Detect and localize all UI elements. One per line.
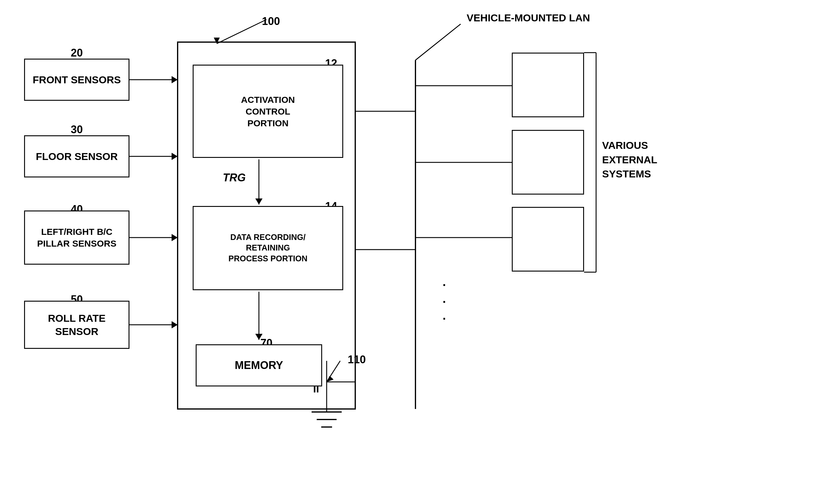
svg-marker-12 xyxy=(172,234,178,241)
label-110: 110 xyxy=(348,353,366,366)
label-20: 20 xyxy=(71,47,83,59)
roll-rate-sensor-box: ROLL RATESENSOR xyxy=(24,301,130,349)
svg-marker-10 xyxy=(172,153,178,160)
memory-box: MEMORY xyxy=(196,344,322,386)
activation-control-box: ACTIVATIONCONTROLPORTION xyxy=(193,65,343,158)
ext-sys-box-2 xyxy=(512,130,584,194)
label-30: 30 xyxy=(71,123,83,136)
svg-line-19 xyxy=(416,24,460,60)
svg-marker-4 xyxy=(255,199,262,205)
svg-marker-8 xyxy=(172,76,178,83)
svg-line-1 xyxy=(217,19,266,44)
svg-marker-14 xyxy=(172,321,178,328)
data-recording-box: DATA RECORDING/RETAININGPROCESS PORTION xyxy=(193,206,343,290)
diagram-container: 20 30 40 50 12 14 70 100 110 TRG VEHICLE… xyxy=(0,0,827,504)
label-vehicle-lan: VEHICLE-MOUNTED LAN xyxy=(467,12,590,24)
floor-sensor-box: FLOOR SENSOR xyxy=(24,135,130,177)
label-dots: ··· xyxy=(443,277,446,327)
left-right-bc-box: LEFT/RIGHT B/CPILLAR SENSORS xyxy=(24,211,130,265)
label-trg: TRG xyxy=(223,171,246,184)
front-sensors-box: FRONT SENSORS xyxy=(24,59,130,101)
ext-sys-box-1 xyxy=(512,53,584,117)
ext-sys-box-3 xyxy=(512,207,584,272)
svg-marker-34 xyxy=(327,376,334,382)
label-100: 100 xyxy=(262,15,280,28)
label-various-external: VARIOUSEXTERNALSYSTEMS xyxy=(602,138,657,181)
